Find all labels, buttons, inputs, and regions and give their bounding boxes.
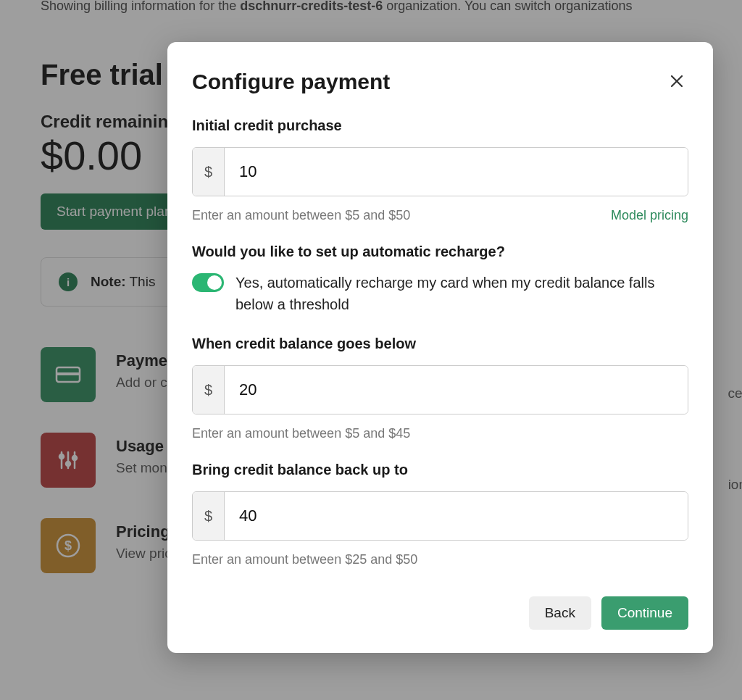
- topup-input-group: $: [192, 491, 688, 541]
- topup-hint: Enter an amount between $25 and $50: [192, 552, 417, 567]
- close-icon: [670, 74, 684, 88]
- threshold-input[interactable]: [225, 366, 688, 414]
- recharge-question-label: Would you like to set up automatic recha…: [192, 243, 688, 260]
- topup-input[interactable]: [225, 492, 688, 540]
- initial-credit-hint: Enter an amount between $5 and $50: [192, 208, 410, 223]
- modal-title: Configure payment: [192, 70, 390, 94]
- dollar-sign-prefix: $: [193, 366, 225, 414]
- auto-recharge-toggle[interactable]: [192, 273, 224, 292]
- dollar-sign-prefix: $: [193, 148, 225, 196]
- configure-payment-modal: Configure payment Initial credit purchas…: [167, 42, 713, 653]
- threshold-hint: Enter an amount between $5 and $45: [192, 426, 410, 441]
- initial-credit-input[interactable]: [225, 148, 688, 196]
- close-button[interactable]: [665, 70, 688, 93]
- auto-recharge-toggle-label: Yes, automatically recharge my card when…: [235, 272, 688, 315]
- model-pricing-link[interactable]: Model pricing: [611, 208, 688, 223]
- continue-button[interactable]: Continue: [601, 596, 688, 630]
- threshold-label: When credit balance goes below: [192, 336, 688, 352]
- back-button[interactable]: Back: [529, 596, 591, 630]
- initial-credit-label: Initial credit purchase: [192, 117, 688, 134]
- dollar-sign-prefix: $: [193, 492, 225, 540]
- initial-credit-input-group: $: [192, 147, 688, 196]
- threshold-input-group: $: [192, 365, 688, 414]
- topup-label: Bring credit balance back up to: [192, 462, 688, 478]
